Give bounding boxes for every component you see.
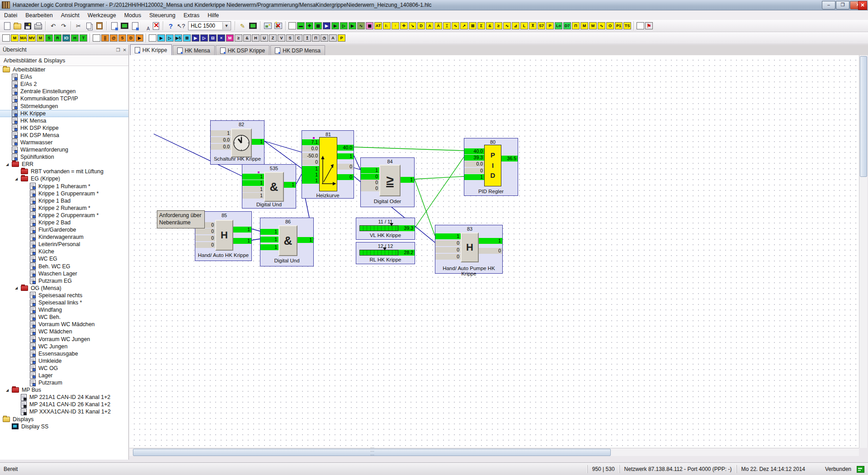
function-block-icon[interactable]: ⚑ [645, 22, 653, 29]
function-block-icon[interactable]: A [329, 34, 337, 42]
worksheet-copy-button[interactable] [130, 21, 140, 31]
expand-arrow-icon[interactable]: ◢ [15, 286, 18, 290]
tree-item-err[interactable]: ◢ERR [0, 161, 128, 168]
menu-steuerung[interactable]: Steuerung [145, 11, 179, 19]
block-input[interactable]: 0 [361, 185, 379, 191]
function-block-icon[interactable]: P1 [615, 22, 623, 29]
function-block-icon[interactable]: D [417, 22, 425, 29]
tree-item-vorraum-wc-jungen[interactable]: Vorraum WC Jungen [0, 335, 128, 342]
block-input[interactable]: 1 [260, 237, 278, 242]
function-block-icon[interactable]: ⊟ [209, 34, 217, 42]
tree-item-spühlfunktion[interactable]: Spühlfunktion [0, 153, 128, 161]
tree-item-kommunikation-tcp-ip[interactable]: Kommunikation TCP/IP [0, 95, 128, 102]
tree-item-lager[interactable]: Lager [0, 372, 128, 379]
function-block-82[interactable]: 8210.00.01Schaltuhr HK Krippe [210, 120, 264, 165]
function-block-icon[interactable]: Π [572, 22, 580, 29]
chevron-down-icon[interactable]: ▼ [222, 22, 230, 29]
paste-button[interactable] [94, 21, 104, 31]
function-block-icon[interactable] [2, 34, 10, 42]
analog-value-block[interactable]: 12 / 1228.2RL HK Krippe [356, 242, 415, 264]
function-block-icon[interactable]: L [520, 22, 528, 29]
tree-item-zentrale-einstellungen[interactable]: Zentrale Einstellungen [0, 88, 128, 95]
menu-hilfe[interactable]: Hilfe [203, 11, 223, 19]
block-input[interactable]: 0 [195, 228, 215, 234]
block-output[interactable]: 40.0 [337, 145, 354, 151]
function-block-icon[interactable]: Σ [477, 22, 485, 29]
block-input[interactable]: 1 [242, 174, 264, 180]
tree-item-waschen-lager[interactable]: Waschen Lager [0, 270, 128, 277]
tree-item-wc-beh-[interactable]: WC Beh. [0, 314, 128, 321]
function-block-icon[interactable]: ⊠ [183, 34, 191, 42]
function-block-icon[interactable] [637, 22, 644, 29]
tree-item-wc-og[interactable]: WC OG [0, 365, 128, 372]
block-output[interactable]: 39.3 [398, 225, 415, 231]
worksheet-rename-button[interactable] [141, 21, 150, 31]
block-input[interactable]: 0 [435, 240, 461, 246]
function-block-icon[interactable]: ↑ [392, 22, 399, 29]
help-button[interactable]: ? [166, 21, 175, 31]
function-block-icon[interactable]: A [426, 22, 434, 29]
tree-item-mp-xxxa1can-id-31-kanal-1-2[interactable]: MP XXXA1CAN-ID 31 Kanal 1+2 [0, 408, 128, 415]
function-block-icon[interactable]: & [486, 22, 494, 29]
function-block-icon[interactable]: R [54, 34, 61, 42]
menu-datei[interactable]: Datei [0, 11, 21, 19]
function-block-icon[interactable]: ∿ [452, 22, 459, 29]
tree-item-küche[interactable]: Küche [0, 248, 128, 255]
function-block-icon[interactable]: MA [19, 34, 27, 42]
new-file-button[interactable] [2, 21, 12, 31]
block-input[interactable]: 1 [260, 229, 278, 235]
function-block-icon[interactable]: D [127, 34, 135, 42]
tree-item-flur-garderobe[interactable]: Flur/Garderobe [0, 226, 128, 233]
monitor-mode-button[interactable] [248, 21, 258, 31]
function-block-icon[interactable]: Lo [555, 22, 562, 29]
tree-item-krippe-1-gruppenraum-[interactable]: Krippe 1 Gruppenraum * [0, 190, 128, 197]
function-block-icon[interactable]: ▶ [349, 22, 356, 29]
function-block-icon[interactable]: ≥ [235, 34, 242, 42]
block-input[interactable]: 0 [195, 235, 215, 241]
function-block-icon[interactable]: D7 [563, 22, 571, 29]
wire[interactable] [252, 239, 260, 240]
block-input[interactable]: 1 [302, 178, 319, 184]
tree-item-windfang[interactable]: Windfang [0, 306, 128, 314]
function-block-icon[interactable]: T [80, 34, 87, 42]
function-block-icon[interactable]: M [589, 22, 597, 29]
function-block-icon[interactable]: IO [62, 34, 70, 42]
tree-item-hk-dsp-krippe[interactable]: HK DSP Krippe [0, 124, 128, 132]
function-block-icon[interactable]: Ä [434, 22, 442, 29]
panel-float-icon[interactable]: ❐ [116, 48, 120, 52]
tree-item-mp-221a1-can-id-24-kanal-1-2[interactable]: MP 221A1 CAN-ID 24 Kanal 1+2 [0, 394, 128, 401]
function-block-83[interactable]: 83H100010Hand/ Auto Pumpe HK Krippe [435, 225, 503, 274]
block-input[interactable]: 1 [211, 130, 231, 136]
tree-item-hk-dsp-mensa[interactable]: HK DSP Mensa [0, 132, 128, 139]
block-input[interactable]: -50.0 [302, 153, 319, 159]
function-block-icon[interactable]: S [118, 34, 126, 42]
worksheet-new-button[interactable] [109, 21, 119, 31]
block-input[interactable]: 0 [195, 242, 215, 248]
block-output[interactable]: 0 [337, 174, 354, 180]
horizontal-scrollbar[interactable] [129, 448, 859, 456]
minimize-button[interactable]: – [822, 1, 835, 10]
function-block-icon[interactable]: M [11, 34, 19, 42]
function-block-86[interactable]: 86&1111Digital Und [260, 218, 314, 266]
function-block-icon[interactable]: H [71, 34, 79, 42]
tree-item-eg-krippe-[interactable]: ◢EG (Krippe) [0, 175, 128, 182]
block-input[interactable]: 1 [260, 244, 278, 250]
function-block-icon[interactable]: ⣿ [101, 34, 109, 42]
menu-bearbeiten[interactable]: Bearbeiten [21, 11, 57, 19]
context-help-button[interactable]: ↖? [176, 21, 186, 31]
undo-button[interactable]: ↶ [48, 21, 58, 31]
function-block-icon[interactable]: ▶ [157, 34, 165, 42]
block-input[interactable]: 0 [302, 159, 319, 165]
function-block-icon[interactable]: @ [110, 34, 118, 42]
function-block-535[interactable]: 535&11111Digital Und [242, 164, 296, 209]
tree-item-rbt-vorhanden-mit-lüftung[interactable]: RBT vorhanden = mit Lüftung [0, 168, 128, 175]
function-block-icon[interactable]: ↘ [409, 22, 416, 29]
tree-item-arbeitsblätter[interactable]: Arbeitsblätter [0, 66, 128, 73]
function-block-icon[interactable]: & [243, 34, 251, 42]
image-button[interactable] [263, 21, 273, 31]
tree-item-putzraum[interactable]: Putzraum [0, 379, 128, 386]
tab-hk-dsp-mensa[interactable]: HK DSP Mensa [270, 45, 325, 55]
function-block-icon[interactable] [288, 22, 296, 29]
wire[interactable] [415, 176, 464, 179]
open-folder-button[interactable] [13, 21, 22, 31]
